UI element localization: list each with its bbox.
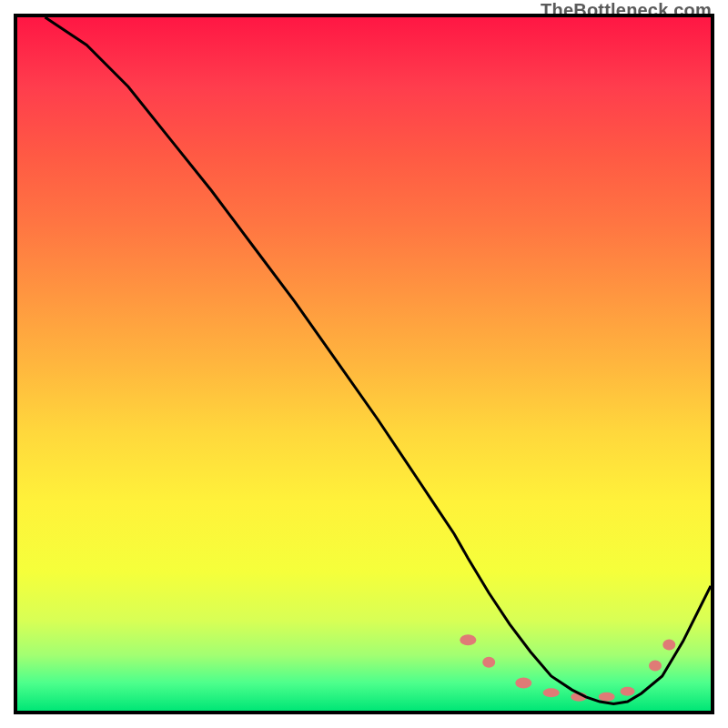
chart-svg <box>17 17 711 711</box>
curve-marker <box>515 678 531 689</box>
curve-marker <box>599 693 615 702</box>
curve-marker <box>621 687 635 696</box>
curve-marker <box>649 661 662 672</box>
curve-marker <box>460 634 476 645</box>
bottleneck-curve <box>46 17 712 703</box>
curve-marker <box>482 657 495 668</box>
chart-stage: TheBottleneck.com <box>0 0 728 728</box>
curve-marker <box>662 640 675 651</box>
plot-area <box>14 14 714 714</box>
curve-marker <box>543 688 560 697</box>
